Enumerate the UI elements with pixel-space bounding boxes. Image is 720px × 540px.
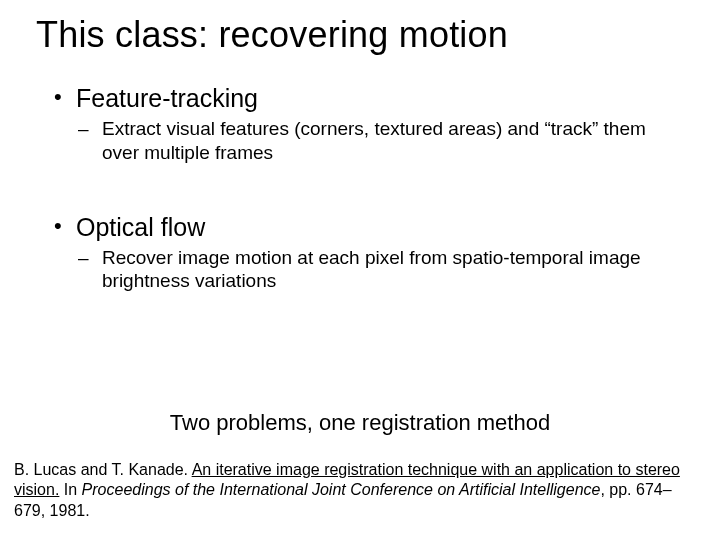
slide-body: Feature-tracking Extract visual features… bbox=[54, 78, 684, 297]
citation: B. Lucas and T. Kanade. An iterative ima… bbox=[14, 460, 706, 521]
slide: This class: recovering motion Feature-tr… bbox=[0, 0, 720, 540]
bullet-optical-flow: Optical flow bbox=[54, 213, 684, 242]
bullet-feature-tracking: Feature-tracking bbox=[54, 84, 684, 113]
slide-title: This class: recovering motion bbox=[36, 14, 508, 56]
citation-venue: Proceedings of the International Joint C… bbox=[82, 481, 601, 498]
subbullet-optical-flow: Recover image motion at each pixel from … bbox=[54, 246, 684, 294]
spacer bbox=[54, 169, 684, 207]
citation-authors: B. Lucas and T. Kanade. bbox=[14, 461, 192, 478]
citation-in: In bbox=[59, 481, 81, 498]
subbullet-feature-tracking: Extract visual features (corners, textur… bbox=[54, 117, 684, 165]
subheading: Two problems, one registration method bbox=[0, 410, 720, 436]
